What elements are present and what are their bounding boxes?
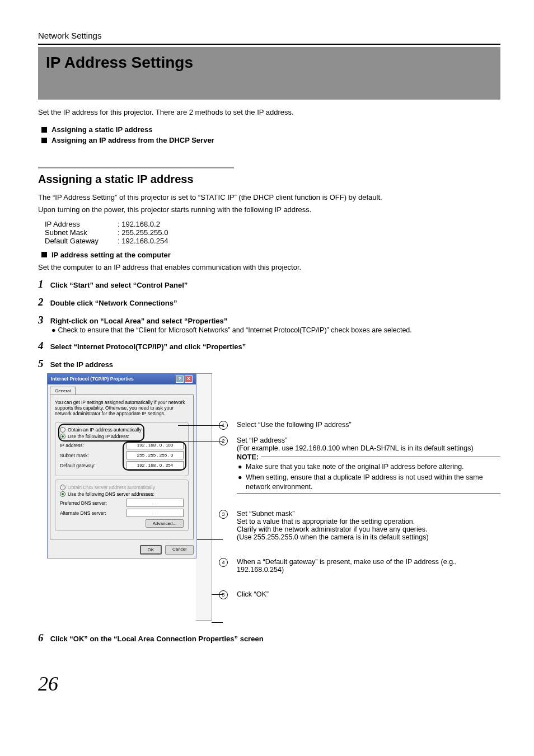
note-text: Make sure that you take note of the orig… <box>246 462 464 472</box>
callout-text: Select “Use the following IP address” <box>237 421 352 429</box>
default-gateway-label: Default gateway: <box>60 463 95 468</box>
step-text: Set the IP address <box>50 360 113 369</box>
step-2: 2 Double click “Network Connections” <box>38 296 500 308</box>
callout-text: Clarify with the network administrator i… <box>237 525 500 533</box>
close-icon[interactable]: X <box>185 375 193 383</box>
callout-4: 4 When a “Default gateway” is present, m… <box>237 558 500 574</box>
step-sub-text: Check to ensure that the “Client for Mic… <box>58 326 412 334</box>
page-title: IP Address Settings <box>46 54 493 72</box>
callout-text: (Use 255.255.255.0 when the camera is in… <box>237 533 500 541</box>
preferred-dns-label: Preferred DNS server: <box>60 500 107 506</box>
dot-bullet-icon: ● <box>238 473 246 492</box>
tcpip-dialog: Internet Protocol (TCP/IP) Properties ? … <box>47 373 196 559</box>
leader-line <box>184 442 223 442</box>
ok-button[interactable]: OK <box>140 545 162 555</box>
title-block: IP Address Settings <box>38 47 500 100</box>
step-3-sub: ●Check to ensure that the “Client for Mi… <box>51 326 500 334</box>
radio-dns-use[interactable]: Use the following DNS server addresses: <box>60 491 184 497</box>
stacked-panel <box>196 373 212 621</box>
default-mask-label: Subnet Mask <box>45 228 118 237</box>
step-6: 6 Click “OK” on the “Local Area Connecti… <box>38 632 500 644</box>
callout-3: 3 Set “Subnet mask” Set to a value that … <box>237 510 500 541</box>
default-ip-value: : 192.168.0.2 <box>118 220 160 228</box>
note-rule <box>237 494 500 494</box>
subnet-mask-label: Subnet mask: <box>60 453 89 458</box>
note-box: NOTE: ●Make sure that you take note of t… <box>237 453 500 495</box>
section-divider <box>38 167 234 168</box>
callout-number-icon: 2 <box>219 436 228 445</box>
square-bullet-icon <box>41 138 47 143</box>
highlight-ring-1 <box>58 424 144 442</box>
callout-text: Set to a value that is appropriate for t… <box>237 518 500 525</box>
callout-number-icon: 5 <box>219 590 228 599</box>
top-bullet-1: Assigning a static IP address <box>41 125 500 134</box>
bullet-text: Assigning a static IP address <box>51 125 152 134</box>
step-number: 2 <box>38 296 48 308</box>
alternate-dns-label: Alternate DNS server: <box>60 510 106 516</box>
radio-icon <box>60 485 65 490</box>
page-number: 26 <box>38 672 500 696</box>
preferred-dns-input[interactable]: . . . <box>127 499 184 507</box>
callout-text: When a “Default gateway” is present, mak… <box>237 558 500 574</box>
cancel-button[interactable]: Cancel <box>165 545 194 555</box>
step-3: 3 Right-click on “Local Area” and select… <box>38 314 500 334</box>
radio-dns-auto: Obtain DNS server address automatically <box>60 485 184 490</box>
square-bullet-icon <box>41 127 47 133</box>
step-number: 3 <box>38 314 48 326</box>
note-text: When setting, ensure that a duplicate IP… <box>246 473 500 492</box>
step-1: 1 Click “Start” and select “Control Pane… <box>38 278 500 290</box>
section-paragraph: Upon turning on the power, this projecto… <box>38 205 500 215</box>
intro-text: Set the IP address for this projector. T… <box>38 107 500 118</box>
step-text: Click “Start” and select “Control Panel” <box>50 281 188 289</box>
default-ip-label: IP Address <box>45 220 118 228</box>
dot-bullet-icon: ● <box>51 326 56 334</box>
alternate-dns-input[interactable]: . . . <box>127 509 184 517</box>
top-bullet-2: Assigning an IP address from the DHCP Se… <box>41 136 500 144</box>
section-paragraph: The “IP Address Setting” of this project… <box>38 192 500 203</box>
radio-icon <box>60 491 65 497</box>
step-text: Click “OK” on the “Local Area Connection… <box>50 635 264 643</box>
dialog-titlebar: Internet Protocol (TCP/IP) Properties ? … <box>48 374 196 384</box>
sub-description: Set the computer to an IP address that e… <box>38 262 500 273</box>
callout-1: 1 Select “Use the following IP address” <box>237 421 500 429</box>
callout-5: 5 Click “OK” <box>237 590 500 598</box>
step-number: 4 <box>38 340 48 352</box>
breadcrumb: Network Settings <box>38 31 500 40</box>
sub-heading-text: IP address setting at the computer <box>51 251 171 259</box>
divider <box>38 44 500 45</box>
callout-number-icon: 4 <box>219 558 228 567</box>
ip-fieldset: Obtain an IP address automatically Use t… <box>55 422 189 476</box>
dns-fieldset: Obtain DNS server address automatically … <box>55 480 189 531</box>
radio-label: Use the following DNS server addresses: <box>68 491 154 497</box>
dialog-title-text: Internet Protocol (TCP/IP) Properties <box>51 376 134 382</box>
radio-label: Obtain DNS server address automatically <box>68 485 155 490</box>
callout-text: Set “IP address” <box>237 436 500 444</box>
sub-heading: IP address setting at the computer <box>41 251 500 259</box>
callout-text: Click “OK” <box>237 590 500 598</box>
bullet-text: Assigning an IP address from the DHCP Se… <box>51 136 214 144</box>
step-number: 6 <box>38 632 48 644</box>
note-rule <box>261 457 500 457</box>
advanced-button[interactable]: Advanced... <box>146 519 184 528</box>
callout-text: Set “Subnet mask” <box>237 510 500 518</box>
section-heading: Assigning a static IP address <box>38 173 500 186</box>
step-text: Double click “Network Connections” <box>50 299 177 307</box>
note-label: NOTE: <box>237 453 259 461</box>
callout-number-icon: 3 <box>219 510 228 519</box>
help-icon[interactable]: ? <box>176 375 184 383</box>
default-gw-value: : 192.168.0.254 <box>118 237 168 245</box>
leader-line <box>178 425 223 426</box>
step-text: Right-click on “Local Area” and select “… <box>50 317 228 325</box>
dot-bullet-icon: ● <box>238 462 246 472</box>
dialog-description: You can get IP settings assigned automat… <box>55 400 189 417</box>
step-5: 5 Set the IP address <box>38 358 500 370</box>
step-4: 4 Select “Internet Protocol(TCP/IP)” and… <box>38 340 500 352</box>
leader-line <box>212 622 223 623</box>
step-text: Select “Internet Protocol(TCP/IP)” and c… <box>50 342 246 351</box>
tab-general[interactable]: General <box>50 387 76 395</box>
step-number: 1 <box>38 278 48 290</box>
callout-number-icon: 1 <box>219 421 228 430</box>
ip-address-label: IP address: <box>60 443 84 448</box>
defaults-table: IP Address: 192.168.0.2 Subnet Mask: 255… <box>45 220 500 245</box>
square-bullet-icon <box>41 252 47 257</box>
